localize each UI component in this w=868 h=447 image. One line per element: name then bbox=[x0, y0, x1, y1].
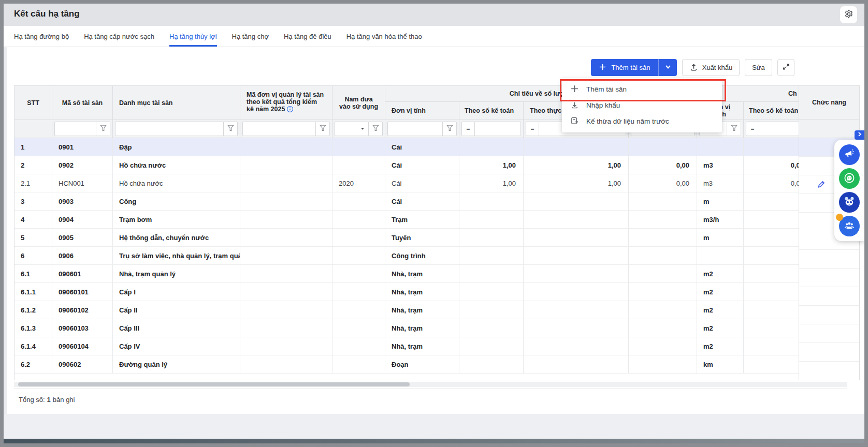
cell-dvt1: Tuyến bbox=[385, 229, 459, 247]
cell-stt: 6.1 bbox=[15, 265, 52, 283]
cell-kt1 bbox=[459, 192, 524, 211]
cell-stt: 3 bbox=[15, 192, 52, 211]
cell-dvt2 bbox=[697, 138, 744, 156]
edit-button[interactable]: Sửa bbox=[745, 59, 772, 76]
cell-nam bbox=[332, 138, 385, 156]
cell-dvt2: m2 bbox=[697, 265, 744, 283]
menu-item-0[interactable]: Thêm tài sản bbox=[562, 81, 722, 97]
function-cell bbox=[799, 250, 859, 269]
add-asset-button[interactable]: Thêm tài sản bbox=[591, 59, 658, 76]
cell-danh_muc: Cấp III bbox=[113, 319, 240, 337]
cell-kk1 bbox=[524, 265, 629, 283]
table-row[interactable]: 6.2090602Đường quản lýĐoạnkm bbox=[15, 355, 799, 374]
community-fab[interactable] bbox=[839, 216, 860, 236]
table-row[interactable]: 6.1.409060104Cấp IVNhà, trạmm2 bbox=[15, 337, 799, 355]
cell-kk1 bbox=[524, 319, 629, 337]
cell-dvt1: Cái bbox=[385, 174, 459, 192]
table-row[interactable]: 6.1090601Nhà, trạm quản lýNhà, trạmm2 bbox=[15, 265, 799, 283]
cell-ma_so: 09060103 bbox=[52, 319, 113, 337]
cell-kt1: 1,00 bbox=[459, 156, 524, 174]
tab-5[interactable]: Hạ tầng văn hóa thể thao bbox=[346, 26, 422, 47]
table-row[interactable]: 2.1HCN001Hồ chứa nước2020Cái1,001,000,00… bbox=[15, 174, 799, 192]
cell-dvt2: m2 bbox=[697, 319, 744, 337]
table-row[interactable]: 20902Hồ chứa nướcCái1,001,000,00m30,00 bbox=[15, 156, 799, 174]
filter-cell-stt bbox=[15, 120, 52, 138]
menu-item-2[interactable]: Kế thừa dữ liệu năm trước bbox=[562, 113, 722, 129]
cell-cl1 bbox=[629, 211, 697, 229]
filter-button-dvt2[interactable] bbox=[727, 122, 741, 136]
cell-nam bbox=[332, 319, 385, 337]
cell-kk1 bbox=[524, 283, 629, 301]
add-asset-dropdown-toggle[interactable] bbox=[658, 59, 677, 76]
table-row[interactable]: 6.1.309060103Cấp IIINhà, trạmm2 bbox=[15, 319, 799, 337]
cell-stt: 2.1 bbox=[15, 174, 52, 192]
info-icon[interactable] bbox=[286, 106, 294, 114]
filter-cell-danh_muc bbox=[113, 120, 240, 138]
cell-danh_muc: Hồ chứa nước bbox=[113, 156, 240, 174]
function-cell bbox=[799, 362, 859, 380]
megaphone-icon bbox=[843, 148, 856, 162]
cell-ma_so: 0903 bbox=[52, 192, 113, 211]
cell-danh_muc: Trụ sở làm việc, nhà quản lý, trạm quả..… bbox=[113, 247, 240, 265]
cell-stt: 2 bbox=[15, 156, 52, 174]
tab-0[interactable]: Hạ tầng đường bộ bbox=[14, 26, 69, 47]
table-row[interactable]: 30903CốngCáim bbox=[15, 192, 799, 211]
cell-kt1 bbox=[459, 247, 524, 265]
funnel-icon bbox=[319, 124, 327, 133]
cell-kt2 bbox=[744, 229, 799, 247]
filter-input-kt1[interactable] bbox=[475, 122, 521, 136]
table-row[interactable]: 6.1.209060102Cấp IINhà, trạmm2 bbox=[15, 301, 799, 319]
cell-kt1 bbox=[459, 337, 524, 355]
cell-kt2 bbox=[744, 355, 799, 374]
cell-dvt2: m2 bbox=[697, 283, 744, 301]
funnel-icon bbox=[446, 124, 454, 133]
gear-icon bbox=[844, 9, 854, 21]
tab-4[interactable]: Hạ tầng đê điều bbox=[284, 26, 331, 47]
horizontal-scrollbar bbox=[14, 382, 847, 387]
filter-input-danh_muc[interactable] bbox=[115, 122, 224, 136]
filter-cell-ma_don_vi bbox=[240, 120, 332, 138]
tab-3[interactable]: Hạ tầng chợ bbox=[232, 26, 269, 47]
cell-ma_so: 090602 bbox=[52, 355, 113, 374]
table-row[interactable]: 6.1.109060101Cấp INhà, trạmm2 bbox=[15, 283, 799, 301]
table-row[interactable]: 60906Trụ sở làm việc, nhà quản lý, trạm … bbox=[15, 247, 799, 265]
cell-ma_so: 09060104 bbox=[52, 337, 113, 355]
filter-operator-kt2[interactable]: = bbox=[746, 122, 759, 136]
chat-fab[interactable] bbox=[839, 168, 860, 189]
assistant-fab[interactable] bbox=[839, 192, 860, 213]
cell-cl1 bbox=[629, 265, 697, 283]
side-panel-toggle[interactable] bbox=[855, 130, 864, 140]
cell-kt2 bbox=[744, 283, 799, 301]
filter-operator-kk1[interactable]: = bbox=[526, 122, 539, 136]
export-button[interactable]: Xuất khẩu bbox=[682, 59, 740, 76]
cell-kk1 bbox=[524, 337, 629, 355]
tab-1[interactable]: Hạ tầng cấp nước sạch bbox=[84, 26, 154, 47]
export-label: Xuất khẩu bbox=[702, 64, 733, 71]
cell-stt: 4 bbox=[15, 211, 52, 229]
filter-input-dvt1[interactable] bbox=[387, 122, 443, 136]
floating-widget-panel bbox=[834, 140, 864, 241]
filter-button-nam[interactable] bbox=[369, 122, 383, 136]
filter-operator-kt1[interactable]: = bbox=[461, 122, 475, 136]
filter-button-dvt1[interactable] bbox=[443, 122, 457, 136]
table-row[interactable]: 50905Hệ thống dẫn, chuyển nướcTuyếnm bbox=[15, 229, 799, 247]
menu-item-1[interactable]: Nhập khẩu bbox=[562, 97, 722, 113]
filter-input-kt2[interactable] bbox=[759, 122, 799, 136]
table-row[interactable]: 10901ĐậpCái bbox=[15, 138, 799, 156]
horizontal-scrollbar-thumb[interactable] bbox=[18, 382, 410, 386]
column-header-ma_so: Mã số tài sản bbox=[52, 86, 113, 120]
filter-button-ma_don_vi[interactable] bbox=[316, 122, 330, 136]
filter-button-ma_so[interactable] bbox=[96, 122, 110, 136]
cell-cl1 bbox=[629, 355, 697, 374]
table-row[interactable]: 40904Trạm bơmTrạmm3/h bbox=[15, 211, 799, 229]
filter-input-ma_so[interactable] bbox=[54, 122, 96, 136]
filter-select-nam[interactable] bbox=[335, 122, 369, 136]
filter-button-danh_muc[interactable] bbox=[224, 122, 238, 136]
tab-2[interactable]: Hạ tầng thủy lợi bbox=[169, 26, 217, 47]
filter-input-ma_don_vi[interactable] bbox=[242, 122, 316, 136]
announcement-fab[interactable] bbox=[839, 144, 860, 165]
expand-button[interactable] bbox=[777, 59, 794, 76]
cell-cl1 bbox=[629, 247, 697, 265]
edit-row-button[interactable] bbox=[816, 179, 826, 190]
settings-button[interactable] bbox=[840, 6, 857, 23]
